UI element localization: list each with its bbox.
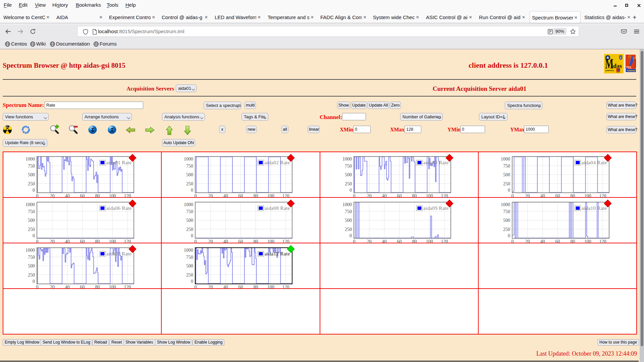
svg-text:1000: 1000 <box>184 157 193 162</box>
svg-text:0: 0 <box>33 188 35 193</box>
svg-text:500: 500 <box>186 172 193 177</box>
svg-text:250: 250 <box>186 227 193 232</box>
svg-text:1000: 1000 <box>501 157 510 162</box>
svg-text:500: 500 <box>28 218 35 223</box>
svg-text:250: 250 <box>28 181 35 186</box>
svg-text:250: 250 <box>345 227 352 232</box>
svg-text:500: 500 <box>345 218 352 223</box>
svg-text:500: 500 <box>345 172 352 177</box>
svg-text:0: 0 <box>191 188 193 193</box>
svg-text:250: 250 <box>186 273 193 278</box>
svg-text:1000: 1000 <box>342 157 352 162</box>
svg-text:750: 750 <box>503 164 510 169</box>
svg-text:LINUX: LINUX <box>616 71 620 73</box>
svg-text:250: 250 <box>345 181 352 186</box>
svg-text:0: 0 <box>350 188 352 193</box>
svg-text:250: 250 <box>28 227 35 232</box>
svg-text:500: 500 <box>503 218 510 223</box>
svg-text:250: 250 <box>28 273 35 278</box>
svg-text:750: 750 <box>28 164 35 169</box>
svg-text:powered by: powered by <box>605 70 614 71</box>
svg-text:750: 750 <box>28 209 35 214</box>
svg-text:1000: 1000 <box>184 248 193 253</box>
svg-text:750: 750 <box>503 209 510 214</box>
svg-text:0: 0 <box>508 188 510 193</box>
svg-text:POWERED: POWERED <box>627 70 636 72</box>
svg-text:750: 750 <box>186 164 193 169</box>
svg-text:1000: 1000 <box>25 157 35 162</box>
svg-text:250: 250 <box>503 227 510 232</box>
svg-text:0: 0 <box>33 279 35 284</box>
svg-text:0: 0 <box>350 233 352 238</box>
svg-text:500: 500 <box>186 218 193 223</box>
svg-text:aida03 Rate: aida03 Rate <box>423 160 449 165</box>
svg-text:250: 250 <box>503 181 510 186</box>
svg-text:500: 500 <box>503 172 510 177</box>
svg-text:0: 0 <box>508 233 510 238</box>
svg-text:750: 750 <box>345 209 352 214</box>
svg-text:aida01 Rate: aida01 Rate <box>106 160 132 165</box>
svg-text:0: 0 <box>191 279 193 284</box>
svg-text:aida11 Rate: aida11 Rate <box>106 251 131 256</box>
svg-text:aida06 Rate: aida06 Rate <box>106 205 132 211</box>
svg-text:250: 250 <box>186 181 193 186</box>
svg-text:aida12 Rate: aida12 Rate <box>265 251 290 256</box>
svg-text:1000: 1000 <box>501 202 510 207</box>
svg-text:750: 750 <box>28 255 35 260</box>
svg-text:750: 750 <box>345 164 352 169</box>
svg-text:0: 0 <box>33 233 35 238</box>
svg-text:750: 750 <box>186 209 193 214</box>
svg-text:1000: 1000 <box>25 202 35 207</box>
svg-text:aida10 Rate: aida10 Rate <box>582 205 607 211</box>
svg-text:500: 500 <box>28 263 35 268</box>
svg-text:0: 0 <box>191 233 193 238</box>
svg-text:500: 500 <box>186 263 193 268</box>
svg-text:aida08 Rate: aida08 Rate <box>265 205 290 211</box>
svg-text:1000: 1000 <box>342 202 352 207</box>
svg-text:aida02 Rate: aida02 Rate <box>265 160 290 165</box>
svg-text:500: 500 <box>28 172 35 177</box>
svg-text:aida09 Rate: aida09 Rate <box>423 205 449 211</box>
svg-text:TCL: TCL <box>626 66 632 69</box>
svg-text:750: 750 <box>186 255 193 260</box>
svg-text:aida04 Rate: aida04 Rate <box>582 160 607 165</box>
svg-text:1000: 1000 <box>25 248 35 253</box>
svg-text:1000: 1000 <box>184 202 193 207</box>
